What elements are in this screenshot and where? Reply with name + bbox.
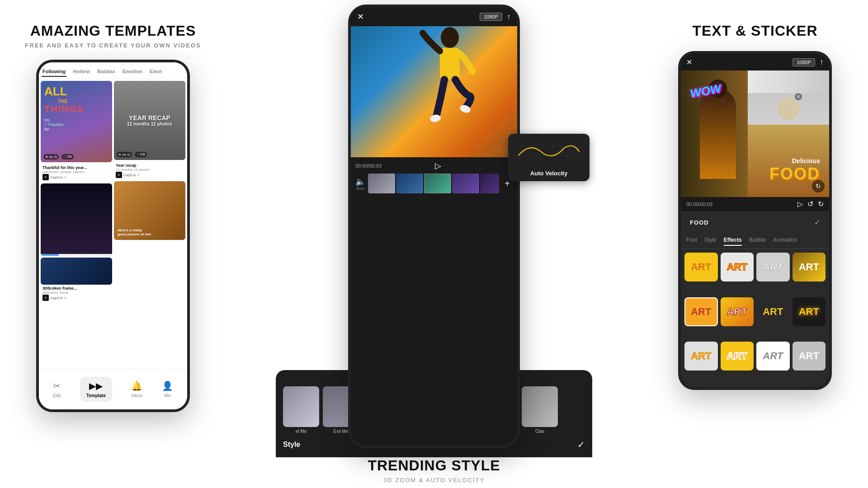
art-text-4: ART <box>799 261 819 273</box>
card-person[interactable] <box>41 183 112 256</box>
text-the: THE <box>58 99 108 104</box>
right-close-icon[interactable]: ✕ <box>686 58 692 66</box>
rotate-icon[interactable]: ↻ <box>812 180 825 192</box>
play-button[interactable]: ▷ <box>435 161 441 171</box>
nav-edit[interactable]: ✂ Edit <box>53 380 61 398</box>
right-upload-icon[interactable]: ↑ <box>820 57 824 67</box>
verified-1: ✓ <box>64 175 67 179</box>
nav-edit-label: Edit <box>53 393 61 398</box>
tab-bubble[interactable]: Bubble <box>749 237 766 246</box>
card-stats-1: 👁 64.7k ♡ 53k <box>43 154 74 160</box>
center-phone: ✕ 1080P ↑ <box>348 5 520 448</box>
verified-2: ✓ <box>137 173 141 177</box>
inbox-icon: 🔔 <box>131 380 142 391</box>
left-section: AMAZING TEMPLATES FREE AND EASY TO CREAT… <box>0 0 226 488</box>
template-icon: ▶▶ <box>89 380 103 391</box>
bottom-nav: ✂ Edit ▶▶ Template 🔔 Inbox 👤 <box>39 369 187 409</box>
text-confirm-button[interactable]: ✓ <box>814 218 820 227</box>
quality-badge[interactable]: 1080P <box>480 13 502 21</box>
art-text-3: ART <box>763 261 783 273</box>
right-top-bar: ✕ 1080P ↑ <box>681 54 829 70</box>
sticker-close-button[interactable]: × <box>795 93 802 100</box>
art-cell-4[interactable]: ART <box>793 253 826 282</box>
tab-effects[interactable]: Effects <box>724 237 742 246</box>
template-bg: ▶▶ Template <box>80 377 112 402</box>
right-time-current: 00:00 <box>686 202 699 207</box>
art-cell-1[interactable]: ART <box>684 253 718 282</box>
art-cell-12[interactable]: ART <box>793 342 826 371</box>
nav-inbox[interactable]: 🔔 Inbox <box>131 380 142 398</box>
card-stats-2: 👁 64.7k ♡ 53k <box>117 152 147 157</box>
art-cell-11[interactable]: ART <box>756 342 790 371</box>
capcut-logo-3: C <box>42 295 49 301</box>
app-tabs: Following Hottest Batidas Emotion Emot <box>39 62 187 79</box>
right-quality-badge[interactable]: 1080P <box>793 58 815 66</box>
center-section: ✕ 1080P ↑ <box>226 0 642 488</box>
style-name-elme: el Me <box>283 429 319 434</box>
tab-animation[interactable]: Animation <box>773 237 797 246</box>
center-phone-inner: ✕ 1080P ↑ <box>351 7 517 197</box>
art-cell-9[interactable]: ART <box>684 342 718 371</box>
time-display: 00:00/00:03 <box>355 163 382 169</box>
tab-hottest[interactable]: Hottest <box>72 67 91 77</box>
card-dog[interactable]: Here's a really good picture of me! <box>114 181 185 240</box>
right-play-button[interactable]: ▷ <box>797 200 803 208</box>
feed-row-1: ALL THE THINGS i'm + Thankful for 👁 64.7… <box>41 81 185 256</box>
art-cell-7[interactable]: ART <box>756 297 790 326</box>
upload-icon[interactable]: ↑ <box>507 12 511 22</box>
tab-font[interactable]: Font <box>686 237 697 246</box>
center-close-icon[interactable]: ✕ <box>357 12 364 22</box>
style-confirm-button[interactable]: ✓ <box>577 439 585 450</box>
card-all-things[interactable]: ALL THE THINGS i'm + Thankful for 👁 64.7… <box>41 81 112 162</box>
velocity-wave-svg <box>514 138 583 165</box>
right-text-input[interactable]: FOOD ✓ <box>684 215 826 230</box>
style-thumb-clas[interactable]: Clas <box>522 386 558 434</box>
person-left-figure <box>700 89 736 179</box>
art-cell-6[interactable]: ART <box>721 297 754 326</box>
feed-col-left: ALL THE THINGS i'm + Thankful for 👁 64.7… <box>41 81 112 256</box>
art-text-10: ART <box>727 350 747 362</box>
card-title-year: Year recap <box>116 163 184 168</box>
art-cell-10[interactable]: ART <box>721 342 754 371</box>
capcut-name-3: CapCut <box>50 296 62 300</box>
art-cell-2[interactable]: ART <box>721 253 754 282</box>
card-sub-year: 12 months 12 photos. <box>116 168 184 172</box>
card-3dbroken[interactable] <box>41 258 112 285</box>
style-name-clas: Clas <box>522 429 558 434</box>
right-time-total: 00:03 <box>700 202 713 207</box>
right-phone: ✕ 1080P ↑ <box>678 51 832 390</box>
card-year-recap[interactable]: YEAR RECAP 12 months 12 photos 👁 64.7k ♡… <box>114 81 185 160</box>
timeline-strip[interactable] <box>368 174 499 193</box>
tab-following[interactable]: Following <box>42 67 66 77</box>
capcut-logo-1: C <box>42 174 49 180</box>
time-current: 00:00 <box>355 163 368 169</box>
art-cell-8[interactable]: ART <box>793 297 826 326</box>
food-overlay[interactable]: Delicious FOOD <box>769 157 820 183</box>
center-title: TRENDING STYLE <box>368 457 500 474</box>
right-redo-button[interactable]: ↻ <box>818 200 824 208</box>
art-cell-3[interactable]: ART <box>756 253 790 282</box>
art-text-9: ART <box>691 350 711 362</box>
tab-emotion[interactable]: Emotion <box>122 67 143 77</box>
year-recap-title: YEAR RECAP <box>127 114 172 122</box>
tab-style[interactable]: Style <box>704 237 717 246</box>
right-timeline: 00:00/00:03 ▷ ↺ ↻ <box>681 197 829 211</box>
tab-batidas[interactable]: Batidas <box>96 67 116 77</box>
mute-icon[interactable]: 🔈 <box>355 177 365 187</box>
nav-template[interactable]: ▶▶ Template <box>80 377 112 402</box>
year-recap-content: YEAR RECAP 12 months 12 photos <box>127 114 172 127</box>
art-cell-5[interactable]: ART <box>684 297 718 326</box>
art-text-12: ART <box>799 350 819 362</box>
tab-emot[interactable]: Emot <box>149 67 163 77</box>
right-undo-button[interactable]: ↺ <box>807 200 813 208</box>
timeline-area: 00:00/00:03 ▷ 🔈 Mute <box>351 157 517 197</box>
nav-inbox-label: Inbox <box>132 393 142 398</box>
tf-1 <box>368 174 395 193</box>
feed-row-bottom: 3Dbroken frame... 3Dbroken frame C CapCu… <box>41 258 185 302</box>
left-title: AMAZING TEMPLATES <box>30 23 196 39</box>
nav-me[interactable]: 👤 Me <box>162 380 173 398</box>
dancer-svg <box>414 26 481 157</box>
tf-5 <box>480 174 499 193</box>
style-thumb-elme[interactable]: el Me <box>283 386 319 434</box>
right-style-tabs: Font Style Effects Bubble Animation <box>681 234 829 249</box>
